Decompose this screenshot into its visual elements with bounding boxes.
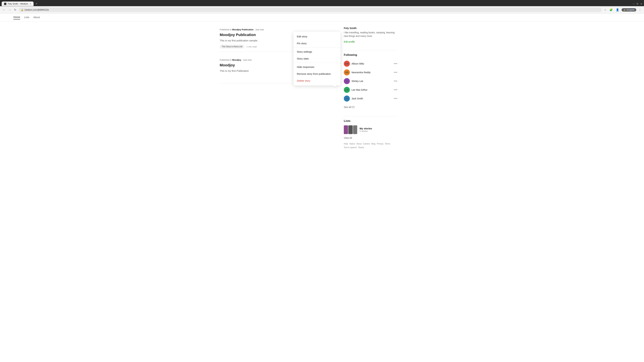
following-name-1[interactable]: Neeramitra Reddy bbox=[352, 71, 392, 74]
bookmark-icon[interactable]: ☆ bbox=[604, 7, 607, 12]
following-avatar-4: JS bbox=[344, 95, 350, 102]
menu-button[interactable]: ⋮ bbox=[638, 7, 642, 12]
menu-story-stats[interactable]: Story stats bbox=[294, 55, 340, 62]
view-all-link[interactable]: View All bbox=[344, 137, 352, 139]
following-more-0[interactable]: ••• bbox=[394, 62, 398, 65]
context-menu: Edit story Pin story Story settings Stor… bbox=[294, 32, 340, 85]
following-section-title: Following bbox=[344, 53, 398, 57]
lists-card: My stories 6 stories bbox=[344, 125, 398, 134]
lists-section-title: Lists bbox=[344, 119, 398, 123]
menu-remove-from-publication[interactable]: Remove story from publication bbox=[294, 70, 340, 77]
browser-chrome: M Fely Smith – Medium ✕ + ─ ⧉ ✕ bbox=[0, 0, 644, 6]
back-button[interactable]: ← bbox=[2, 8, 6, 12]
following-more-2[interactable]: ••• bbox=[394, 79, 398, 83]
story-time-separator-2: · bbox=[242, 59, 243, 61]
list-thumb-3 bbox=[353, 125, 357, 134]
menu-divider-1 bbox=[294, 47, 340, 48]
menu-delete-story[interactable]: Delete story bbox=[294, 77, 340, 84]
story-read-time-1: 1 min read bbox=[246, 45, 256, 48]
restore-button[interactable]: ⧉ bbox=[636, 2, 638, 5]
menu-pin-story[interactable]: Pin story bbox=[294, 40, 340, 47]
story-time-1: Just now bbox=[255, 28, 264, 31]
lists-count-label: 6 stories bbox=[360, 130, 372, 132]
footer-blog[interactable]: Blog bbox=[372, 143, 376, 145]
tab-favicon: M bbox=[4, 3, 6, 5]
tab-bar: M Fely Smith – Medium ✕ + ─ ⧉ ✕ bbox=[2, 1, 642, 6]
following-avatar-0: AW bbox=[344, 61, 350, 67]
incognito-label: Incognito bbox=[626, 9, 634, 11]
extensions-icon[interactable]: 🧩 bbox=[609, 7, 614, 12]
sidebar-bio: I like travelling, reading books, campin… bbox=[344, 31, 398, 38]
main-layout: Published in Moodjoy Publication · Just … bbox=[213, 22, 431, 152]
list-thumb-1 bbox=[344, 125, 348, 134]
menu-hide-responses[interactable]: Hide responses bbox=[294, 63, 340, 70]
publication-link-2[interactable]: Moodjoy bbox=[232, 59, 241, 61]
footer-terms[interactable]: Terms bbox=[385, 143, 390, 145]
footer-teams[interactable]: Teams bbox=[358, 146, 364, 149]
nav-home[interactable]: Home bbox=[14, 15, 20, 19]
page-wrapper: Home Lists About Published in Moodjoy Pu… bbox=[0, 13, 644, 362]
menu-divider-2 bbox=[294, 63, 340, 63]
window-controls: ─ ⧉ ✕ bbox=[633, 2, 642, 5]
published-in-label-1: Published in bbox=[220, 28, 232, 31]
lists-thumbnails bbox=[344, 125, 357, 134]
sidebar-divider-2 bbox=[344, 116, 398, 116]
list-thumb-2 bbox=[348, 125, 352, 134]
following-name-2[interactable]: Shirley Lee bbox=[352, 80, 392, 82]
following-name-3[interactable]: Lee Mac Arthur bbox=[352, 88, 392, 91]
site-nav: Home Lists About bbox=[0, 13, 644, 22]
lists-title-label[interactable]: My stories bbox=[360, 127, 372, 130]
menu-story-settings[interactable]: Story settings bbox=[294, 48, 340, 55]
active-tab[interactable]: M Fely Smith – Medium ✕ bbox=[2, 1, 34, 6]
content-area: Published in Moodjoy Publication · Just … bbox=[220, 25, 334, 149]
following-list: AW Allison Wiltz ••• NR Neeramitra Reddy… bbox=[344, 59, 398, 103]
address-bar[interactable]: 🔒 medium.com/@89f4222e bbox=[18, 7, 602, 12]
see-all-link[interactable]: See all (7) bbox=[344, 106, 354, 108]
footer-careers[interactable]: Careers bbox=[363, 143, 370, 145]
lock-icon: 🔒 bbox=[21, 9, 24, 11]
footer-help[interactable]: Help bbox=[344, 143, 348, 145]
incognito-badge: 🕵️ Incognito bbox=[622, 8, 636, 11]
following-more-4[interactable]: ••• bbox=[394, 97, 398, 100]
lists-info: My stories 6 stories bbox=[360, 127, 372, 132]
close-button[interactable]: ✕ bbox=[640, 2, 642, 5]
forward-button[interactable]: → bbox=[8, 8, 12, 12]
menu-edit-story[interactable]: Edit story bbox=[294, 33, 340, 40]
following-item-4: JS Jack Smith ••• bbox=[344, 94, 398, 103]
new-tab-button[interactable]: + bbox=[34, 1, 39, 6]
tab-title: Fely Smith – Medium bbox=[8, 2, 28, 5]
refresh-button[interactable]: ↻ bbox=[14, 7, 17, 12]
following-avatar-2: SL bbox=[344, 78, 350, 84]
toolbar-actions: ☆ 🧩 👤 🕵️ Incognito ⋮ bbox=[604, 7, 642, 12]
minimize-button[interactable]: ─ bbox=[633, 2, 634, 5]
footer-about[interactable]: About bbox=[356, 143, 362, 145]
story-tag-1[interactable]: This Story Is About Life bbox=[220, 45, 244, 48]
tab-close-button[interactable]: ✕ bbox=[30, 3, 31, 5]
publication-link-1[interactable]: Moodjoy Publication bbox=[232, 28, 254, 31]
edit-profile-link[interactable]: Edit profile bbox=[344, 40, 355, 43]
story-meta-1: Published in Moodjoy Publication · Just … bbox=[220, 28, 334, 31]
following-name-0[interactable]: Allison Wiltz bbox=[352, 62, 392, 65]
story-time-2: Just now bbox=[243, 59, 252, 61]
following-avatar-3: LM bbox=[344, 87, 350, 93]
following-item-3: LM Lee Mac Arthur ••• bbox=[344, 85, 398, 94]
following-name-4[interactable]: Jack Smith bbox=[352, 97, 392, 100]
footer-privacy[interactable]: Privacy bbox=[377, 143, 384, 145]
menu-arrow bbox=[333, 85, 336, 87]
following-item-2: SL Shirley Lee ••• bbox=[344, 77, 398, 85]
following-item-0: AW Allison Wiltz ••• bbox=[344, 59, 398, 68]
sidebar-profile-name: Fely Smith bbox=[344, 27, 398, 29]
footer-text-to-speech[interactable]: Text to speech bbox=[344, 146, 357, 149]
nav-about[interactable]: About bbox=[33, 16, 40, 19]
published-in-label-2: Published in bbox=[220, 59, 232, 61]
following-item-1: NR Neeramitra Reddy ••• bbox=[344, 68, 398, 77]
browser-toolbar: ← → ↻ 🔒 medium.com/@89f4222e ☆ 🧩 👤 🕵️ In… bbox=[0, 6, 644, 13]
sidebar-footer: Help Status About Careers Blog Privacy T… bbox=[344, 143, 398, 149]
following-avatar-1: NR bbox=[344, 69, 350, 75]
following-more-1[interactable]: ••• bbox=[394, 71, 398, 74]
sidebar: Fely Smith I like travelling, reading bo… bbox=[344, 25, 398, 149]
nav-lists[interactable]: Lists bbox=[24, 16, 29, 19]
following-more-3[interactable]: ••• bbox=[394, 88, 398, 92]
footer-status[interactable]: Status bbox=[349, 143, 355, 145]
profile-icon[interactable]: 👤 bbox=[615, 7, 620, 12]
